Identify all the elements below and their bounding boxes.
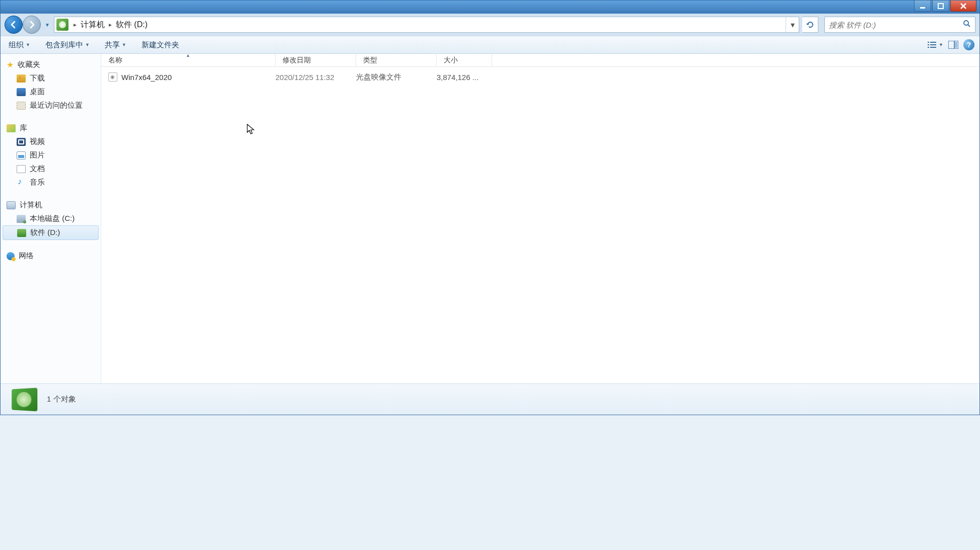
recent-icon	[17, 102, 26, 110]
close-button[interactable]	[950, 1, 976, 12]
toolbar-right: ▼ ?	[928, 39, 974, 50]
sidebar-item-music[interactable]: 音乐	[1, 176, 101, 189]
address-dropdown[interactable]: ▾	[786, 17, 799, 32]
svg-rect-9	[930, 47, 936, 48]
chevron-down-icon: ▼	[122, 42, 126, 47]
sidebar-network[interactable]: 网络	[1, 249, 101, 263]
sidebar-item-drive-d[interactable]: 软件 (D:)	[3, 225, 99, 240]
library-icon	[7, 124, 16, 132]
minimize-button[interactable]	[914, 1, 931, 12]
iso-file-icon	[108, 72, 117, 82]
drive-d-label: 软件 (D:)	[30, 228, 60, 238]
network-icon	[7, 252, 15, 260]
column-headers: 名称▲ 修改日期 类型 大小	[101, 54, 979, 67]
drive-large-icon	[12, 387, 37, 411]
desktop-label: 桌面	[30, 87, 45, 97]
svg-rect-7	[930, 44, 936, 45]
video-icon	[17, 138, 26, 146]
column-size-label: 大小	[444, 56, 458, 65]
star-icon: ★	[7, 60, 14, 69]
explorer-window: ▼ ▸ 计算机 ▸ 软件 (D:) ▾ 组织▼ 包含到库中▼ 共享▼ 新建文件夹	[0, 0, 980, 415]
file-type-cell: 光盘映像文件	[356, 72, 437, 82]
view-mode-button[interactable]: ▼	[928, 41, 943, 49]
download-icon	[17, 74, 26, 83]
new-folder-button[interactable]: 新建文件夹	[138, 38, 182, 52]
drive-icon	[17, 215, 26, 223]
libraries-group: 库 视频 图片 文档 音乐	[1, 121, 101, 189]
column-name-label: 名称	[108, 56, 122, 65]
sidebar-favorites[interactable]: ★收藏夹	[1, 58, 101, 71]
preview-pane-button[interactable]	[948, 41, 958, 49]
chevron-down-icon: ▼	[26, 42, 30, 47]
chevron-down-icon: ▼	[939, 42, 943, 47]
breadcrumb-sep-icon: ▸	[71, 21, 80, 28]
column-name[interactable]: 名称▲	[101, 54, 275, 66]
sidebar-item-drive-c[interactable]: 本地磁盘 (C:)	[1, 212, 101, 225]
sort-ascending-icon: ▲	[186, 54, 190, 58]
picture-icon	[17, 151, 26, 160]
sidebar-item-desktop[interactable]: 桌面	[1, 85, 101, 99]
maximize-button[interactable]	[932, 1, 949, 12]
toolbar: 组织▼ 包含到库中▼ 共享▼ 新建文件夹 ▼ ?	[1, 36, 979, 54]
search-icon[interactable]	[963, 20, 971, 30]
libraries-label: 库	[20, 123, 27, 133]
file-size-cell: 3,874,126 ...	[437, 73, 492, 82]
navigation-pane: ★收藏夹 下载 桌面 最近访问的位置 库 视频 图片 文档 音乐 计算机 本地磁…	[1, 54, 101, 383]
refresh-button[interactable]	[802, 17, 818, 33]
sidebar-item-documents[interactable]: 文档	[1, 162, 101, 176]
breadcrumb-sep-icon: ▸	[106, 21, 115, 28]
newfolder-label: 新建文件夹	[142, 40, 179, 50]
sidebar-libraries[interactable]: 库	[1, 121, 101, 135]
search-input[interactable]	[829, 21, 963, 29]
column-type-label: 类型	[363, 56, 377, 65]
favorites-group: ★收藏夹 下载 桌面 最近访问的位置	[1, 58, 101, 112]
file-name-cell: Win7x64_2020	[108, 72, 275, 82]
computer-label: 计算机	[20, 200, 42, 210]
forward-button[interactable]	[23, 16, 41, 34]
sidebar-item-pictures[interactable]: 图片	[1, 148, 101, 162]
downloads-label: 下载	[30, 73, 45, 83]
column-date-label: 修改日期	[283, 56, 311, 65]
music-icon	[17, 179, 26, 187]
svg-rect-12	[955, 42, 957, 48]
file-date-cell: 2020/12/25 11:32	[275, 73, 356, 82]
drive-icon	[56, 19, 68, 31]
nav-buttons	[5, 16, 41, 34]
column-type[interactable]: 类型	[356, 54, 437, 66]
sidebar-item-downloads[interactable]: 下载	[1, 71, 101, 85]
computer-group: 计算机 本地磁盘 (C:) 软件 (D:)	[1, 198, 101, 240]
sidebar-item-videos[interactable]: 视频	[1, 135, 101, 148]
breadcrumb-drive[interactable]: 软件 (D:)	[115, 18, 149, 32]
status-bar: 1 个对象	[1, 383, 979, 415]
navigation-bar: ▼ ▸ 计算机 ▸ 软件 (D:) ▾	[1, 14, 979, 36]
music-label: 音乐	[30, 178, 45, 187]
sidebar-computer[interactable]: 计算机	[1, 198, 101, 212]
status-text: 1 个对象	[47, 395, 76, 404]
desktop-icon	[17, 88, 26, 96]
videos-label: 视频	[30, 137, 45, 146]
sidebar-item-recent[interactable]: 最近访问的位置	[1, 99, 101, 112]
svg-line-3	[968, 25, 970, 27]
svg-rect-4	[928, 42, 929, 43]
help-button[interactable]: ?	[963, 39, 974, 50]
share-label: 共享	[105, 40, 120, 50]
breadcrumb-computer[interactable]: 计算机	[80, 18, 106, 32]
svg-point-2	[964, 21, 968, 25]
column-size[interactable]: 大小	[437, 54, 492, 66]
search-box[interactable]	[824, 17, 975, 33]
computer-icon	[7, 201, 16, 209]
file-row[interactable]: Win7x64_2020 2020/12/25 11:32 光盘映像文件 3,8…	[101, 70, 979, 84]
favorites-label: 收藏夹	[18, 60, 40, 69]
share-button[interactable]: 共享▼	[102, 38, 129, 52]
back-button[interactable]	[5, 16, 23, 34]
address-bar[interactable]: ▸ 计算机 ▸ 软件 (D:) ▾	[54, 17, 799, 33]
nav-history-dropdown[interactable]: ▼	[44, 22, 51, 28]
include-library-button[interactable]: 包含到库中▼	[42, 38, 93, 52]
svg-rect-6	[928, 44, 929, 45]
file-name-text: Win7x64_2020	[121, 73, 172, 82]
network-label: 网络	[19, 251, 34, 261]
column-date[interactable]: 修改日期	[275, 54, 356, 66]
file-list[interactable]: Win7x64_2020 2020/12/25 11:32 光盘映像文件 3,8…	[101, 67, 979, 383]
organize-button[interactable]: 组织▼	[6, 38, 33, 52]
svg-rect-0	[920, 7, 925, 9]
